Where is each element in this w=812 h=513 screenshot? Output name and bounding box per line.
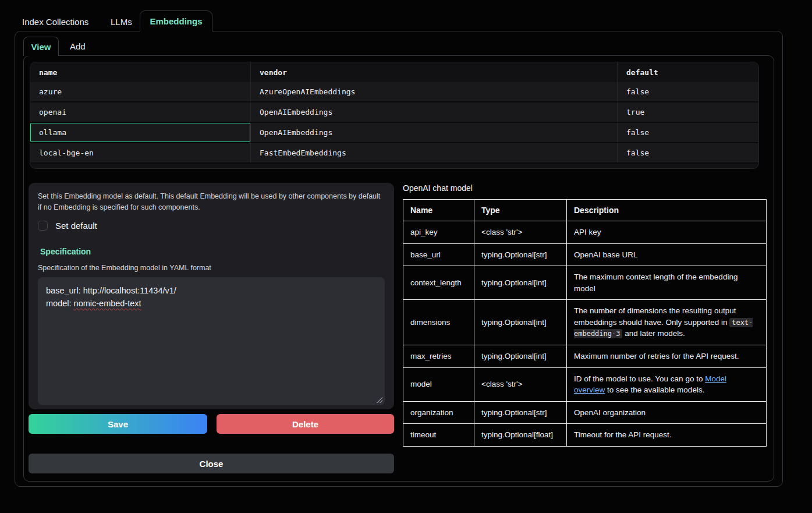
view-panel: namevendordefaultazureAzureOpenAIEmbeddi… bbox=[23, 55, 774, 482]
set-default-checkbox[interactable] bbox=[38, 221, 48, 231]
delete-button[interactable]: Delete bbox=[217, 414, 394, 434]
cell-vendor: OpenAIEmbeddings bbox=[250, 102, 617, 122]
table-row-openai[interactable]: openaiOpenAIEmbeddingstrue bbox=[30, 102, 758, 123]
save-button[interactable]: Save bbox=[29, 414, 207, 434]
tab-embeddings[interactable]: Embeddings bbox=[140, 10, 212, 31]
doc-cell-description: OpenAI base URL bbox=[567, 243, 767, 266]
doc-table-container: NameTypeDescription api_key<class 'str'>… bbox=[403, 199, 767, 447]
misspelled-word: nomic-embed-text bbox=[74, 299, 141, 308]
close-button[interactable]: Close bbox=[29, 454, 394, 473]
cell-default: false bbox=[617, 82, 758, 101]
doc-column-header-description: Description bbox=[567, 200, 767, 221]
table-row-local-bge-en[interactable]: local-bge-enFastEmbedEmbeddingsfalse bbox=[30, 143, 758, 164]
embeddings-table: namevendordefaultazureAzureOpenAIEmbeddi… bbox=[30, 62, 759, 169]
column-header-default: default bbox=[617, 62, 758, 82]
doc-cell-type: typing.Optional[str] bbox=[474, 243, 567, 266]
doc-cell-name: base_url bbox=[403, 243, 474, 266]
doc-cell-description: Maximum number of retries for the API re… bbox=[567, 345, 767, 367]
subtab-add[interactable]: Add bbox=[70, 41, 86, 51]
textarea-resize-handle[interactable] bbox=[376, 397, 382, 403]
subtab-view-label: View bbox=[31, 42, 51, 52]
doc-cell-description: Timeout for the API request. bbox=[567, 424, 767, 447]
doc-cell-name: model bbox=[403, 367, 474, 401]
doc-cell-name: max_retries bbox=[403, 345, 474, 367]
cell-name: ollama bbox=[30, 123, 250, 142]
table-row-azure[interactable]: azureAzureOpenAIEmbeddingsfalse bbox=[30, 82, 758, 102]
doc-row-api_key: api_key<class 'str'>API key bbox=[403, 221, 767, 244]
yaml-line-1: base_url: http://localhost:11434/v1/ bbox=[46, 284, 377, 297]
doc-row-max_retries: max_retriestyping.Optional[int]Maximum n… bbox=[403, 345, 767, 367]
doc-cell-type: typing.Optional[int] bbox=[474, 300, 567, 345]
doc-column-header-name: Name bbox=[403, 200, 474, 221]
cell-name: openai bbox=[30, 102, 250, 122]
tab-embeddings-label: Embeddings bbox=[150, 16, 202, 26]
cell-default: false bbox=[617, 143, 758, 162]
doc-row-model: model<class 'str'>ID of the model to use… bbox=[403, 367, 767, 401]
embedding-detail-card: Set this Embedding model as default. Thi… bbox=[29, 183, 394, 409]
doc-cell-name: dimensions bbox=[403, 300, 474, 345]
cell-vendor: AzureOpenAIEmbeddings bbox=[250, 82, 617, 101]
doc-cell-type: typing.Optional[int] bbox=[474, 345, 567, 367]
set-default-row[interactable]: Set default bbox=[38, 221, 385, 231]
doc-cell-description: OpenAI organization bbox=[567, 401, 767, 424]
set-default-description: Set this Embedding model as default. Thi… bbox=[38, 191, 385, 214]
doc-row-context_length: context_lengthtyping.Optional[int]The ma… bbox=[403, 266, 767, 300]
yaml-editor[interactable]: base_url: http://localhost:11434/v1/ mod… bbox=[38, 277, 385, 405]
doc-row-organization: organizationtyping.Optional[str]OpenAI o… bbox=[403, 401, 767, 424]
doc-row-base_url: base_urltyping.Optional[str]OpenAI base … bbox=[403, 243, 767, 266]
cell-default: true bbox=[617, 102, 758, 122]
cell-default: false bbox=[617, 123, 758, 142]
specification-help-text: Specification of the Embedding model in … bbox=[38, 264, 385, 272]
doc-cell-type: typing.Optional[float] bbox=[474, 424, 567, 447]
tab-llms[interactable]: LLMs bbox=[111, 17, 132, 27]
embeddings-settings-page: { "tabs": { "items": [ { "label": "Index… bbox=[0, 0, 812, 513]
doc-table: NameTypeDescription api_key<class 'str'>… bbox=[403, 199, 767, 447]
specification-heading: Specification bbox=[40, 247, 385, 256]
subtab-view[interactable]: View bbox=[23, 37, 59, 56]
doc-cell-name: timeout bbox=[403, 424, 474, 447]
cell-vendor: OpenAIEmbeddings bbox=[250, 123, 617, 142]
doc-cell-type: <class 'str'> bbox=[474, 221, 567, 244]
yaml-line-2: model: nomic-embed-text bbox=[46, 297, 377, 310]
doc-cell-description: ID of the model to use. You can go to Mo… bbox=[567, 367, 767, 401]
doc-column-header-type: Type bbox=[474, 200, 567, 221]
doc-cell-type: typing.Optional[str] bbox=[474, 401, 567, 424]
doc-cell-type: <class 'str'> bbox=[474, 367, 567, 401]
doc-cell-type: typing.Optional[int] bbox=[474, 266, 567, 300]
doc-row-dimensions: dimensionstyping.Optional[int]The number… bbox=[403, 300, 767, 345]
cell-name: local-bge-en bbox=[30, 143, 250, 162]
tab-index-collections[interactable]: Index Collections bbox=[22, 17, 88, 27]
doc-cell-name: organization bbox=[403, 401, 474, 424]
set-default-label: Set default bbox=[55, 221, 97, 231]
doc-cell-description: The maximum context length of the embedd… bbox=[567, 266, 767, 300]
embeddings-table-header-row: namevendordefault bbox=[30, 62, 758, 82]
doc-row-timeout: timeouttyping.Optional[float]Timeout for… bbox=[403, 424, 767, 447]
table-row-ollama[interactable]: ollamaOpenAIEmbeddingsfalse bbox=[30, 123, 758, 143]
cell-name: azure bbox=[30, 82, 250, 101]
doc-cell-description: API key bbox=[567, 221, 767, 244]
doc-cell-name: context_length bbox=[403, 266, 474, 300]
inline-code: text-embedding-3 bbox=[574, 318, 753, 339]
doc-cell-name: api_key bbox=[403, 221, 474, 244]
column-header-name: name bbox=[30, 62, 250, 82]
cell-vendor: FastEmbedEmbeddings bbox=[250, 143, 617, 162]
doc-cell-description: The number of dimensions the resulting o… bbox=[567, 300, 767, 345]
doc-panel-title: OpenAI chat model bbox=[403, 183, 473, 193]
model-overview-link[interactable]: Model overview bbox=[574, 374, 726, 395]
column-header-vendor: vendor bbox=[250, 62, 617, 82]
